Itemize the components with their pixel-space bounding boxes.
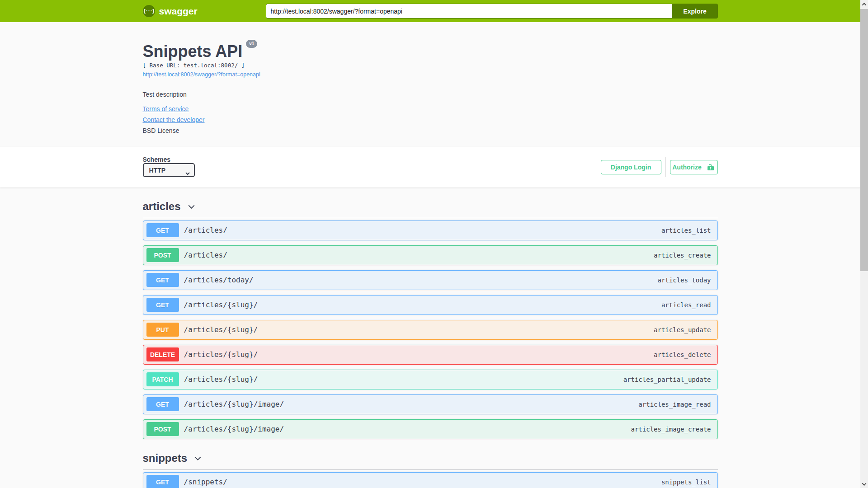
operation-id: articles_list bbox=[661, 227, 711, 234]
scheme-container: Schemes HTTP Django Login Authorize bbox=[0, 147, 860, 188]
operation-row[interactable]: POST /articles/ articles_create bbox=[143, 245, 718, 265]
operation-path: /articles/ bbox=[184, 226, 227, 235]
swagger-logo-link[interactable]: {···} swagger bbox=[143, 5, 198, 17]
method-badge: GET bbox=[146, 475, 179, 488]
method-badge: GET bbox=[146, 223, 179, 237]
operation-id: articles_image_create bbox=[631, 426, 711, 433]
operation-path: /articles/{slug}/image/ bbox=[184, 425, 284, 433]
operation-id: articles_today bbox=[657, 277, 711, 284]
method-badge: GET bbox=[146, 298, 179, 312]
explore-button[interactable]: Explore bbox=[672, 4, 718, 19]
base-url: [ Base URL: test.local:8002/ ] bbox=[143, 62, 718, 69]
auth-wrapper: Django Login Authorize bbox=[601, 157, 718, 177]
method-badge: GET bbox=[146, 397, 179, 411]
operation-path: /snippets/ bbox=[184, 478, 227, 486]
tag-section: snippets GET /snippets/ snippets_list bbox=[143, 452, 718, 488]
contact-developer-link[interactable]: Contact the developer bbox=[143, 116, 205, 123]
operation-id: snippets_list bbox=[661, 479, 711, 486]
tag-section: articles GET /articles/ articles_list PO… bbox=[143, 200, 718, 439]
spec-url-input[interactable] bbox=[266, 4, 672, 19]
django-login-button[interactable]: Django Login bbox=[601, 160, 661, 174]
schemes-label: Schemes bbox=[143, 156, 195, 163]
scrollbar-thumb[interactable] bbox=[860, 9, 868, 271]
operation-row[interactable]: GET /snippets/ snippets_list bbox=[143, 472, 718, 488]
operation-path: /articles/{slug}/ bbox=[184, 325, 258, 334]
operation-id: articles_image_read bbox=[638, 401, 711, 408]
chevron-down-icon bbox=[187, 202, 196, 211]
operation-row[interactable]: DELETE /articles/{slug}/ articles_delete bbox=[143, 345, 718, 365]
method-badge: POST bbox=[146, 248, 179, 262]
operation-id: articles_read bbox=[661, 301, 711, 309]
operation-row[interactable]: POST /articles/{slug}/image/ articles_im… bbox=[143, 419, 718, 439]
operation-row[interactable]: GET /articles/today/ articles_today bbox=[143, 270, 718, 290]
tag-header[interactable]: articles bbox=[143, 200, 196, 213]
info-section: Snippets APIv1 [ Base URL: test.local:80… bbox=[0, 22, 860, 147]
license-text: BSD License bbox=[143, 127, 718, 134]
method-badge: PATCH bbox=[146, 372, 179, 386]
unlock-icon bbox=[706, 163, 715, 172]
tag-name: snippets bbox=[143, 452, 188, 465]
scrollbar-down-arrow[interactable] bbox=[860, 480, 868, 488]
operation-row[interactable]: GET /articles/{slug}/ articles_read bbox=[143, 295, 718, 315]
method-badge: GET bbox=[146, 273, 179, 287]
method-badge: POST bbox=[146, 422, 179, 436]
download-url-form: Explore bbox=[266, 4, 718, 19]
page-title: Snippets APIv1 bbox=[143, 42, 718, 61]
version-badge: v1 bbox=[246, 40, 257, 48]
scrollbar-up-arrow[interactable] bbox=[860, 0, 868, 8]
operation-path: /articles/{slug}/ bbox=[184, 375, 258, 384]
operation-id: articles_partial_update bbox=[623, 376, 711, 383]
topbar: {···} swagger Explore bbox=[0, 0, 860, 22]
brand-text: swagger bbox=[159, 6, 198, 17]
tag-header[interactable]: snippets bbox=[143, 452, 203, 465]
schemes-block: Schemes HTTP bbox=[143, 156, 195, 177]
tag-name: articles bbox=[143, 200, 181, 213]
operation-path: /articles/ bbox=[184, 251, 227, 259]
operation-id: articles_create bbox=[654, 252, 711, 259]
api-description: Test description bbox=[143, 91, 718, 98]
operation-path: /articles/{slug}/ bbox=[184, 300, 258, 309]
scheme-select[interactable]: HTTP bbox=[143, 163, 195, 177]
auth-divider bbox=[665, 157, 666, 177]
authorize-button[interactable]: Authorize bbox=[670, 160, 718, 174]
method-badge: DELETE bbox=[146, 347, 179, 361]
operations-list: articles GET /articles/ articles_list PO… bbox=[143, 200, 718, 488]
operation-id: articles_delete bbox=[654, 351, 711, 358]
operation-row[interactable]: GET /articles/{slug}/image/ articles_ima… bbox=[143, 394, 718, 414]
terms-of-service-link[interactable]: Terms of service bbox=[143, 105, 189, 113]
operation-row[interactable]: PUT /articles/{slug}/ articles_update bbox=[143, 320, 718, 340]
authorize-label: Authorize bbox=[672, 164, 702, 171]
tag-divider bbox=[143, 469, 718, 470]
chevron-down-icon bbox=[193, 454, 203, 463]
operation-path: /articles/{slug}/image/ bbox=[184, 400, 284, 408]
method-badge: PUT bbox=[146, 323, 179, 337]
operation-path: /articles/{slug}/ bbox=[184, 350, 258, 359]
operation-row[interactable]: PATCH /articles/{slug}/ articles_partial… bbox=[143, 370, 718, 389]
operation-row[interactable]: GET /articles/ articles_list bbox=[143, 221, 718, 240]
page: {···} swagger Explore Snippets APIv1 [ B… bbox=[0, 0, 860, 488]
operation-path: /articles/today/ bbox=[184, 276, 254, 284]
scrollbar[interactable] bbox=[860, 0, 868, 488]
operation-id: articles_update bbox=[654, 326, 711, 333]
spec-link[interactable]: http://test.local:8002/swagger/?format=o… bbox=[143, 71, 260, 78]
swagger-logo-icon: {···} bbox=[143, 5, 155, 17]
tag-divider bbox=[143, 218, 718, 218]
